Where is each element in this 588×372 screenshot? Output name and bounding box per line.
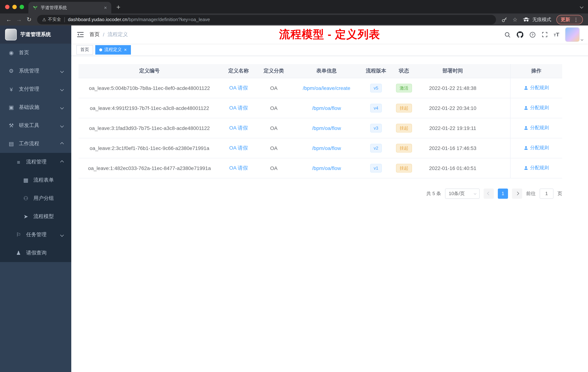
goto-label: 前往 [526, 190, 536, 197]
reload-button[interactable]: ↻ [24, 16, 34, 23]
browser-menu-icon[interactable]: ⋮ [573, 17, 578, 22]
clipboard-icon: ▤ [7, 141, 15, 147]
definition-category: OA [257, 138, 291, 158]
assign-rule-link[interactable]: 分配规则 [524, 125, 549, 131]
page-size-select[interactable]: 10条/页 [445, 188, 480, 198]
window-maximize-button[interactable] [20, 5, 24, 9]
svg-text:?: ? [531, 33, 534, 37]
tag-home[interactable]: 首页 [76, 45, 93, 55]
next-page-button[interactable] [512, 188, 522, 198]
table-header-row: 定义编号 定义名称 定义分类 表单信息 流程版本 状态 部署时间 操作 [79, 64, 562, 78]
definition-name-link[interactable]: OA 请假 [229, 125, 248, 131]
chevron-down-icon [60, 124, 64, 127]
sidebar-item-process-form[interactable]: ▦ 流程表单 [0, 171, 71, 189]
version-badge: v3 [370, 124, 382, 132]
deploy-time: 2022-01-16 17:46:53 [418, 138, 487, 158]
sidebar-item-leave-query[interactable]: ♟ 请假查询 [0, 244, 71, 262]
total-count: 共 5 条 [426, 190, 441, 197]
window-close-button[interactable] [5, 5, 10, 9]
definition-category: OA [257, 78, 291, 98]
update-button[interactable]: 更新 ⋮ [556, 15, 583, 24]
key-icon[interactable] [501, 16, 507, 23]
form-icon: ▦ [22, 177, 30, 184]
form-link[interactable]: /bpm/oa/flow [312, 125, 341, 131]
active-dot [99, 48, 102, 51]
user-menu[interactable] [566, 28, 583, 42]
sidebar-item-process-model[interactable]: ➤ 流程模型 [0, 208, 71, 226]
sidebar-toggle-button[interactable] [71, 31, 89, 38]
forward-button[interactable]: → [14, 16, 24, 23]
chevron-down-icon [60, 87, 64, 91]
deploy-time: 2022-01-16 01:40:51 [418, 158, 487, 178]
form-link[interactable]: /bpm/oa/leave/create [303, 85, 350, 91]
tag-process-definition[interactable]: 流程定义 × [95, 45, 131, 55]
search-icon[interactable] [504, 32, 510, 38]
sidebar-logo[interactable]: 芋道管理系统 [0, 25, 71, 44]
url-field[interactable]: ⚠ 不安全 dashboard.yudao.iocoder.cn/bpm/man… [37, 15, 496, 24]
sidebar-item-devtools[interactable]: ⚒ 研发工具 [0, 117, 71, 135]
sidebar-item-label: 流程管理 [26, 159, 47, 165]
assign-rule-link[interactable]: 分配规则 [524, 165, 549, 171]
chevron-up-icon [60, 160, 64, 164]
sidebar-item-workflow[interactable]: ▤ 工作流程 [0, 135, 71, 153]
back-button[interactable]: ← [4, 16, 14, 23]
tab-search-chevron-icon[interactable] [580, 5, 583, 9]
browser-tabstrip: 芋道管理系统 × + [0, 0, 588, 13]
window-minimize-button[interactable] [12, 5, 17, 9]
prev-page-button[interactable] [484, 188, 494, 198]
version-badge: v2 [370, 144, 382, 152]
person-icon [524, 126, 528, 130]
assign-rule-link[interactable]: 分配规则 [524, 105, 549, 111]
chevron-down-icon [60, 69, 64, 73]
definition-name-link[interactable]: OA 请假 [229, 145, 248, 151]
sidebar-item-label: 基础设施 [19, 104, 39, 111]
sidebar-item-system[interactable]: ⚙ 系统管理 [0, 62, 71, 80]
browser-tab[interactable]: 芋道管理系统 × [28, 2, 111, 13]
bookmark-star-icon[interactable]: ☆ [513, 16, 517, 23]
sidebar-item-home[interactable]: ◉ 首页 [0, 44, 71, 62]
github-icon[interactable] [516, 31, 523, 38]
form-link[interactable]: /bpm/oa/flow [312, 105, 341, 111]
avatar[interactable] [566, 28, 579, 42]
sidebar-item-task-management[interactable]: ⚐ 任务管理 [0, 226, 71, 244]
fullscreen-icon[interactable] [542, 32, 547, 37]
sidebar-item-user-group[interactable]: ⚇ 用户分组 [0, 189, 71, 208]
sidebar-item-label: 流程表单 [33, 177, 54, 184]
form-link[interactable]: /bpm/oa/flow [312, 145, 341, 151]
help-icon[interactable]: ? [529, 32, 536, 38]
sidebar-item-infrastructure[interactable]: ▣ 基础设施 [0, 98, 71, 117]
col-version: 流程版本 [362, 64, 390, 78]
person-icon [524, 106, 528, 110]
definition-id: oa_leave:5:004b710b-7b8a-11ec-8ef0-acde4… [79, 78, 220, 98]
security-indicator[interactable]: ⚠ 不安全 [42, 16, 61, 22]
form-link[interactable]: /bpm/oa/flow [312, 165, 341, 171]
page-number-button[interactable]: 1 [498, 188, 508, 198]
assign-rule-link[interactable]: 分配规则 [524, 85, 549, 91]
update-label: 更新 [561, 16, 570, 23]
definition-name-link[interactable]: OA 请假 [229, 165, 248, 171]
sidebar-item-label: 流程模型 [33, 213, 54, 220]
font-size-icon[interactable]: TT [554, 31, 559, 38]
sidebar-item-payment[interactable]: ¥ 支付管理 [0, 80, 71, 98]
filler-cell [487, 158, 510, 178]
definition-name-link[interactable]: OA 请假 [229, 105, 248, 110]
tab-close-icon[interactable]: × [103, 5, 108, 11]
sidebar-item-process-management[interactable]: ≡ 流程管理 [0, 153, 71, 171]
version-badge: v5 [370, 84, 382, 92]
definition-table: 定义编号 定义名称 定义分类 表单信息 流程版本 状态 部署时间 操作 [79, 64, 562, 178]
sidebar-item-label: 支付管理 [19, 86, 39, 92]
tag-close-icon[interactable]: × [124, 47, 127, 52]
person-icon [524, 146, 528, 150]
paper-plane-icon: ➤ [22, 213, 30, 220]
app-navbar: 首页 / 流程定义 流程模型 - 定义列表 ? [71, 25, 588, 44]
assign-rule-link[interactable]: 分配规则 [524, 145, 549, 151]
breadcrumb: 首页 / 流程定义 [89, 31, 128, 38]
favicon-sprout-icon [33, 5, 38, 10]
incognito-label: 无痕模式 [532, 16, 551, 23]
page-goto-input[interactable] [540, 188, 554, 198]
breadcrumb-home[interactable]: 首页 [89, 31, 100, 38]
definition-name-link[interactable]: OA 请假 [229, 85, 248, 90]
status-badge: 挂起 [396, 164, 412, 172]
new-tab-button[interactable]: + [116, 3, 120, 11]
workflow-submenu: ≡ 流程管理 ▦ 流程表单 ⚇ 用户分组 ➤ 流程模型 ⚐ [0, 153, 71, 262]
